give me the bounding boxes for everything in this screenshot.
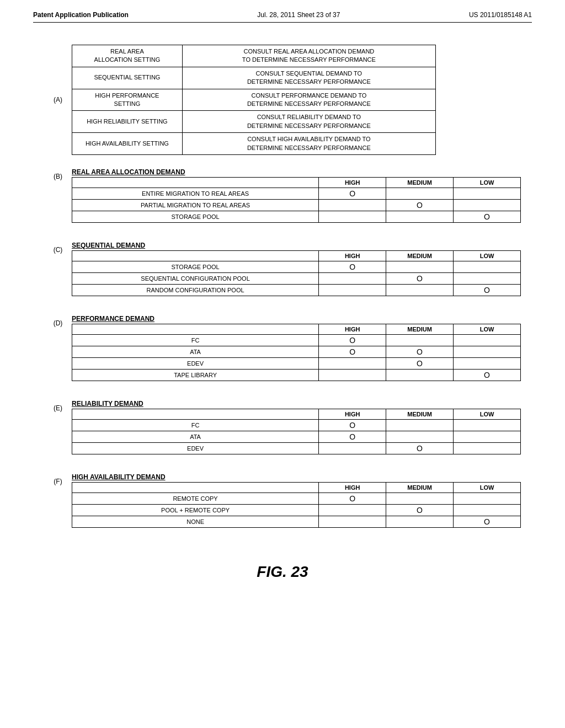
section-d-title: PERFORMANCE DEMAND: [72, 315, 521, 323]
main-content: (A) REAL AREAALLOCATION SETTINGCONSULT R…: [33, 45, 532, 581]
section-b-label: (B): [44, 168, 72, 180]
section-f-content: HIGH AVAILABILITY DEMAND HIGHMEDIUMLOWRE…: [72, 473, 521, 528]
section-c-label: (C): [44, 242, 72, 254]
section-c-content: SEQUENTIAL DEMAND HIGHMEDIUMLOWSTORAGE P…: [72, 242, 521, 296]
header-publication-label: Patent Application Publication: [33, 11, 129, 19]
header-patent-number: US 2011/0185148 A1: [469, 11, 532, 19]
section-f-title: HIGH AVAILABILITY DEMAND: [72, 473, 521, 481]
page: Patent Application Publication Jul. 28, …: [0, 0, 565, 728]
section-e: (E) RELIABILITY DEMAND HIGHMEDIUMLOWFCOA…: [44, 400, 521, 454]
section-e-title: RELIABILITY DEMAND: [72, 400, 521, 408]
section-d-label: (D): [44, 315, 72, 327]
section-a-label: (A): [44, 96, 72, 104]
page-header: Patent Application Publication Jul. 28, …: [33, 11, 532, 23]
section-d-content: PERFORMANCE DEMAND HIGHMEDIUMLOWFCOATAOO…: [72, 315, 521, 381]
section-b-table: HIGHMEDIUMLOWENTIRE MIGRATION TO REAL AR…: [72, 177, 521, 223]
figure-caption: FIG. 23: [44, 563, 521, 581]
section-b-content: REAL AREA ALLOCATION DEMAND HIGHMEDIUMLO…: [72, 168, 521, 223]
header-date-sheet: Jul. 28, 2011 Sheet 23 of 37: [257, 11, 340, 19]
section-a: (A) REAL AREAALLOCATION SETTINGCONSULT R…: [44, 45, 521, 155]
section-d: (D) PERFORMANCE DEMAND HIGHMEDIUMLOWFCOA…: [44, 315, 521, 381]
section-c: (C) SEQUENTIAL DEMAND HIGHMEDIUMLOWSTORA…: [44, 242, 521, 296]
section-f: (F) HIGH AVAILABILITY DEMAND HIGHMEDIUML…: [44, 473, 521, 528]
section-b: (B) REAL AREA ALLOCATION DEMAND HIGHMEDI…: [44, 168, 521, 223]
section-e-content: RELIABILITY DEMAND HIGHMEDIUMLOWFCOATAOE…: [72, 400, 521, 454]
section-b-title: REAL AREA ALLOCATION DEMAND: [72, 168, 521, 176]
section-d-table: HIGHMEDIUMLOWFCOATAOOEDEVOTAPE LIBRARYO: [72, 324, 521, 381]
section-a-table: REAL AREAALLOCATION SETTINGCONSULT REAL …: [72, 45, 436, 155]
section-f-table: HIGHMEDIUMLOWREMOTE COPYOPOOL + REMOTE C…: [72, 482, 521, 528]
section-f-label: (F): [44, 473, 72, 485]
section-c-title: SEQUENTIAL DEMAND: [72, 242, 521, 249]
section-e-label: (E): [44, 400, 72, 412]
section-e-table: HIGHMEDIUMLOWFCOATAOEDEVO: [72, 409, 521, 454]
section-c-table: HIGHMEDIUMLOWSTORAGE POOLOSEQUENTIAL CON…: [72, 250, 521, 296]
